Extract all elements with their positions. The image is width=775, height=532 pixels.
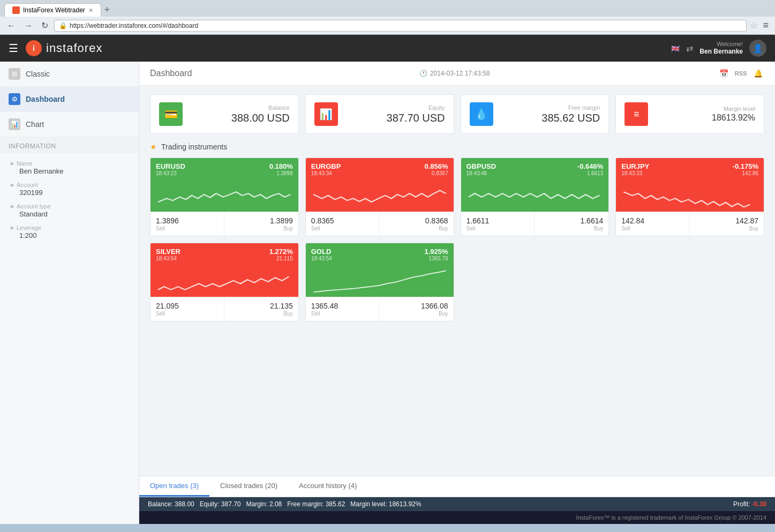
gold-name: GOLD [311, 248, 332, 256]
eurusd-buy-price: 1.3899 [230, 216, 293, 225]
bell-icon-button[interactable]: 🔔 [751, 67, 764, 80]
instrument-card-gold[interactable]: GOLD 18:43:54 1.925% 1365.78 [305, 243, 454, 321]
back-button[interactable]: ← [4, 20, 18, 32]
status-equity-val: 387.70 [221, 500, 241, 508]
chart-icon: 📊 [9, 118, 20, 130]
gbpusd-footer: 1.6611 Sell 1.6614 Buy [461, 212, 609, 236]
gold-change-price: 1.925% 1365.78 [424, 248, 448, 261]
stat-card-equity: 📊 Equity 387.70 USD [305, 94, 454, 134]
eurjpy-header: EURJPY 18:43:33 -0.175% 142.86 [616, 158, 764, 179]
instrument-card-eurusd[interactable]: EURUSD 18:43:23 0.180% 1.3898 [150, 158, 299, 236]
margin-level-value: 18613.92% [656, 113, 755, 123]
tab-account-history[interactable]: Account history (4) [288, 476, 367, 497]
eurusd-sell-box: 1.3896 Sell [151, 212, 224, 236]
silver-sell-box: 21.095 Sell [151, 297, 224, 321]
page-title: Dashboard [150, 69, 192, 78]
eurgbp-change: 0.856% [424, 162, 448, 170]
eurusd-buy-box: 1.3899 Buy [224, 212, 298, 236]
bottom-section: Open trades (3) Closed trades (20) Accou… [139, 476, 775, 497]
eurjpy-sell-label: Sell [621, 226, 684, 231]
instrument-card-eurjpy[interactable]: EURJPY 18:43:33 -0.175% 142.86 [615, 158, 764, 236]
gold-buy-label: Buy [385, 311, 448, 317]
eurgbp-buy-label: Buy [385, 226, 448, 231]
gold-time: 18:43:54 [311, 256, 332, 261]
status-bar: Balance: 388.00 Equity: 387.70 Margin: 2… [139, 497, 775, 511]
chevron-right-icon: ▶ [11, 161, 14, 166]
instrument-card-gbpusd[interactable]: GBPUSD 18:43:46 -0.646% 1.6613 [461, 158, 610, 236]
info-account-row: ▶ Account 320199 [0, 178, 139, 200]
sidebar-item-dashboard[interactable]: ⊙ Dashboard [0, 87, 139, 112]
eurgbp-name: EURGBP [311, 162, 341, 170]
user-avatar[interactable]: 👤 [749, 40, 766, 57]
margin-level-label: Margin level [656, 106, 755, 112]
eurjpy-chart [616, 179, 764, 212]
tab-close-button[interactable]: ✕ [88, 7, 93, 14]
refresh-button[interactable]: ↻ [39, 19, 51, 32]
gold-buy-price: 1366.08 [385, 302, 448, 310]
eurgbp-chart [306, 179, 454, 212]
trading-instruments-title: Trading instruments [161, 143, 227, 151]
sidebar-item-classic[interactable]: ⊞ Classic [0, 62, 139, 87]
silver-buy-label: Buy [230, 311, 293, 317]
empty-col-3 [461, 243, 610, 321]
eurjpy-sell-price: 142.84 [621, 216, 684, 225]
forward-button[interactable]: → [21, 20, 35, 32]
browser-menu-button[interactable]: ≡ [761, 20, 771, 31]
instrument-card-eurgbp[interactable]: EURGBP 18:43:34 0.856% 0.8367 [305, 158, 454, 236]
status-margin-val: 2.08 [269, 500, 282, 508]
section-header: ★ Trading instruments [150, 143, 764, 151]
comparison-icon[interactable]: ⇄ [686, 43, 693, 54]
sidebar-label-classic: Classic [26, 70, 50, 78]
eurgbp-header: EURGBP 18:43:34 0.856% 0.8367 [306, 158, 454, 179]
silver-buy-box: 21.135 Buy [224, 297, 298, 321]
silver-header: SILVER 18:43:54 1.272% 21.115 [151, 243, 298, 265]
status-free-margin-val: 385.62 [326, 500, 345, 508]
flag-icon[interactable]: 🇬🇧 [671, 44, 680, 53]
eurusd-chart [151, 179, 298, 212]
bookmark-button[interactable]: ☆ [750, 20, 757, 31]
info-name-row: ▶ Name Ben Bernanke [0, 157, 139, 178]
info-leverage-label: ▶ Leverage [11, 224, 128, 231]
calendar-icon-button[interactable]: 📅 [717, 67, 730, 80]
browser-tab-active[interactable]: InstaForex Webtrader ✕ [4, 3, 101, 17]
instrument-card-silver[interactable]: SILVER 18:43:54 1.272% 21.115 [150, 243, 299, 321]
rss-icon-button[interactable]: RSS [734, 67, 747, 80]
gold-sell-price: 1365.48 [311, 302, 374, 310]
stat-card-free-margin: 💧 Free margin 385.62 USD [461, 94, 610, 134]
gbpusd-chart [461, 179, 609, 212]
eurgbp-footer: 0.8365 Sell 0.8368 Buy [306, 212, 454, 236]
status-profit-label: Profit: [733, 500, 750, 508]
gold-footer: 1365.48 Sell 1366.08 Buy [306, 297, 454, 321]
status-margin-label: Margin: [246, 500, 268, 508]
new-tab-button[interactable]: + [101, 4, 114, 16]
welcome-name: Ben Bernanke [699, 48, 743, 56]
status-balance-val: 388.00 [175, 500, 194, 508]
info-leverage-row: ▶ Leverage 1:200 [0, 221, 139, 243]
eurgbp-sell-label: Sell [311, 226, 374, 231]
silver-change: 1.272% [269, 248, 293, 256]
info-account-type-label: ▶ Account type [11, 203, 128, 209]
lock-icon: 🔒 [59, 22, 67, 29]
eurjpy-change-price: -0.175% 142.86 [733, 162, 758, 176]
tab-open-trades[interactable]: Open trades (3) [139, 476, 209, 497]
silver-name: SILVER [156, 248, 180, 256]
status-margin-level-label: Margin level: [350, 500, 387, 508]
sidebar-item-chart[interactable]: 📊 Chart [0, 112, 139, 137]
free-margin-value: 385.62 USD [501, 112, 600, 124]
tab-closed-trades[interactable]: Closed trades (20) [209, 476, 288, 497]
content-header: Dashboard 🕐 2014-03-12 17:43:58 📅 RSS 🔔 [139, 62, 775, 86]
browser-chrome: InstaForex Webtrader ✕ + ← → ↻ 🔒 https:/… [0, 0, 775, 35]
silver-chart [151, 265, 298, 297]
eurusd-price-small: 1.3898 [269, 170, 293, 176]
status-equity-label: Equity: [200, 500, 220, 508]
empty-col-4 [615, 243, 764, 321]
clock-icon: 🕐 [419, 70, 427, 77]
status-free-margin-label: Free margin: [287, 500, 323, 508]
hamburger-menu-button[interactable]: ☰ [9, 42, 18, 55]
free-margin-label: Free margin [501, 104, 600, 111]
equity-label: Equity [345, 104, 445, 111]
address-bar[interactable]: 🔒 https://webtrader.instaforex.com/#/das… [54, 20, 747, 32]
eurgbp-time: 18:43:34 [311, 170, 341, 176]
margin-level-icon: ≡ [624, 102, 648, 126]
eurgbp-buy-price: 0.8368 [385, 216, 448, 225]
